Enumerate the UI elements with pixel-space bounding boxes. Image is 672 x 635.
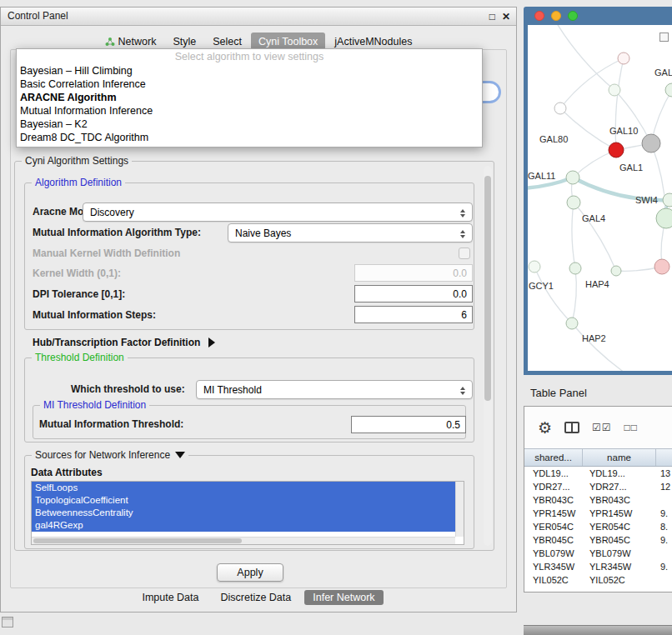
which-threshold-label: Which threshold to use:	[71, 380, 185, 399]
window-title: Control Panel	[8, 8, 68, 25]
collapsed-panel-icon[interactable]	[2, 617, 13, 628]
mi-threshold-field[interactable]	[351, 416, 466, 433]
settings-scrollbar-thumb[interactable]	[484, 176, 491, 401]
column-header[interactable]	[656, 449, 672, 466]
network-node[interactable]	[665, 83, 672, 97]
network-node[interactable]	[618, 52, 629, 64]
column-header[interactable]: shared...	[524, 449, 583, 466]
table-row[interactable]: YDR27...YDR27...12	[524, 480, 672, 493]
network-node[interactable]	[609, 84, 620, 96]
tab-label: Style	[173, 36, 196, 48]
network-node[interactable]	[654, 259, 669, 274]
gear-icon[interactable]: ⚙	[538, 420, 552, 436]
attribute-item[interactable]: TopologicalCoefficient	[32, 494, 455, 507]
table-row[interactable]: YDL19...YDL19...13	[524, 467, 672, 480]
restore-icon[interactable]: □	[489, 11, 495, 22]
table-row[interactable]: YPR145WYPR145W9.	[524, 507, 672, 520]
dropdown-item[interactable]: Basic Correlation Inference	[17, 78, 482, 91]
attribute-item[interactable]: gal4RGexp	[32, 519, 455, 532]
selected-value: Naive Bayes	[235, 228, 291, 239]
network-edge	[651, 143, 666, 218]
table-toolbar: ⚙ ☑☑ □□	[524, 407, 672, 448]
column-header[interactable]: name	[583, 449, 656, 466]
table-cell: YBR045C	[524, 533, 583, 547]
network-view-window: GAL80GAL10GAL11GAL1SWI4GAL4GCY1HAP4HAP2G…	[524, 7, 672, 375]
dropdown-item[interactable]: Bayesian – Hill Climbing	[17, 64, 482, 78]
network-node[interactable]	[567, 196, 580, 209]
dropdown-item[interactable]: Bayesian – K2	[17, 118, 482, 131]
sources-expander[interactable]: Sources for Network Inference	[32, 449, 188, 461]
attributes-vertical-scrollbar[interactable]	[455, 482, 464, 537]
selected-value: MI Threshold	[203, 384, 262, 396]
table-cell: YBL079W	[524, 547, 583, 560]
tab-cyni-toolbox[interactable]: Cyni Toolbox	[251, 32, 325, 50]
minimize-traffic-light[interactable]	[551, 11, 561, 21]
mi-steps-label: Mutual Information Steps:	[33, 306, 156, 324]
zoom-traffic-light[interactable]	[568, 11, 578, 21]
table-cell: YPR145W	[524, 507, 583, 520]
hub-definition-label: Hub/Transcription Factor Definition	[33, 337, 200, 348]
tab-jactivemnodules[interactable]: jActiveMNodules	[327, 32, 419, 50]
attribute-item[interactable]: SelfLoops	[32, 482, 455, 494]
table-row[interactable]: YBL079WYBL079W	[524, 547, 672, 560]
dpi-tolerance-field[interactable]	[354, 285, 473, 302]
group-title: MI Threshold Definition	[40, 399, 149, 411]
hub-definition-expander[interactable]: Hub/Transcription Factor Definition	[33, 335, 215, 350]
network-node[interactable]	[656, 208, 672, 228]
table-cell: YDR27...	[524, 480, 583, 493]
table-row[interactable]: YER054CYER054C8.	[524, 520, 672, 533]
tab-network[interactable]: Network	[98, 32, 164, 50]
network-node[interactable]	[663, 193, 672, 207]
algorithm-dropdown-list: Bayesian – Hill ClimbingBasic Correlatio…	[17, 64, 482, 144]
birdseye-toggle-icon[interactable]	[659, 32, 669, 42]
network-node[interactable]	[611, 266, 621, 276]
table-row[interactable]: YBR043CYBR043C	[524, 493, 672, 507]
aracne-mode-select[interactable]: Discovery	[83, 202, 473, 222]
scrollbar-thumb[interactable]	[33, 538, 242, 543]
bottom-tab-discretize-data[interactable]: Discretize Data	[213, 590, 300, 605]
close-traffic-light[interactable]	[534, 11, 544, 21]
mi-algorithm-type-select[interactable]: Naive Bayes	[228, 223, 473, 242]
which-threshold-select[interactable]: MI Threshold	[196, 380, 473, 399]
network-node[interactable]	[566, 318, 578, 329]
mi-steps-field[interactable]	[354, 306, 473, 323]
tab-style[interactable]: Style	[165, 32, 203, 50]
network-canvas[interactable]: GAL80GAL10GAL11GAL1SWI4GAL4GCY1HAP4HAP2G…	[528, 25, 672, 371]
table-cell: 9.	[656, 533, 672, 547]
control-panel-titlebar[interactable]: Control Panel □ ✕	[1, 8, 516, 26]
network-node-label: GAL80	[539, 134, 568, 144]
column-visibility-icon[interactable]	[564, 422, 579, 433]
network-node[interactable]	[566, 171, 579, 184]
network-node[interactable]	[529, 261, 540, 272]
dropdown-item[interactable]: Dream8 DC_TDC Algorithm	[17, 131, 482, 144]
dropdown-item[interactable]: ARACNE Algorithm	[17, 91, 482, 104]
attributes-horizontal-scrollbar[interactable]	[32, 537, 455, 544]
attribute-item[interactable]: BetweennessCentrality	[32, 507, 455, 519]
network-node-label: GAL11	[528, 171, 555, 181]
expand-arrow-icon	[208, 338, 215, 348]
network-node[interactable]	[609, 142, 624, 158]
select-all-rows-icon[interactable]: ☑☑	[592, 422, 612, 433]
clear-selection-icon[interactable]: □□	[624, 422, 639, 433]
network-node[interactable]	[554, 102, 566, 114]
table-cell: YER054C	[583, 520, 656, 533]
table-cell: YLR345W	[583, 560, 656, 573]
tab-select[interactable]: Select	[205, 32, 249, 50]
tab-label: Network	[118, 36, 157, 48]
table-row[interactable]: YBR045CYBR045C9.	[524, 533, 672, 547]
table-row[interactable]: YIL052CYIL052C	[524, 573, 672, 587]
bottom-tab-infer-network[interactable]: Infer Network	[304, 590, 383, 605]
network-node[interactable]	[642, 134, 660, 152]
dropdown-item[interactable]: Mutual Information Inference	[17, 104, 482, 118]
table-cell: YBL079W	[583, 547, 656, 560]
group-title: Algorithm Definition	[32, 177, 125, 188]
settings-scrollbar[interactable]	[484, 166, 492, 546]
table-cell: YIL052C	[583, 573, 656, 587]
bottom-tab-impute-data[interactable]: Impute Data	[133, 590, 207, 605]
network-window-titlebar[interactable]	[524, 7, 672, 25]
network-node[interactable]	[569, 262, 581, 274]
close-icon[interactable]: ✕	[502, 11, 510, 22]
apply-button[interactable]: Apply	[217, 563, 283, 582]
table-cell: YBR043C	[583, 493, 656, 507]
table-row[interactable]: YLR345WYLR345W9.	[524, 560, 672, 573]
